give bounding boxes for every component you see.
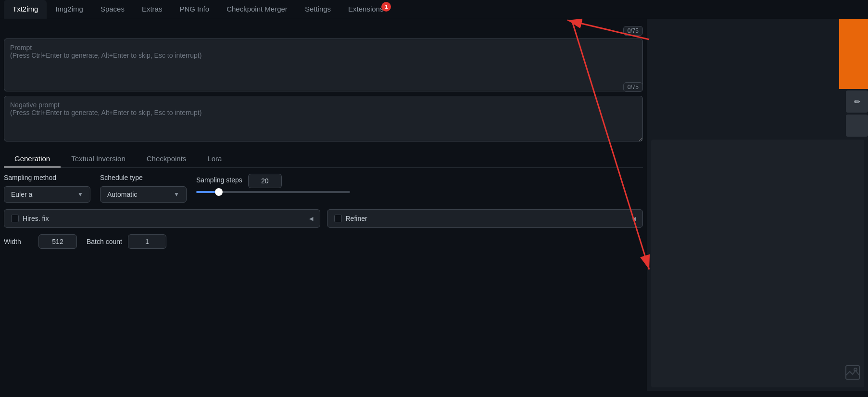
sampling-steps-slider-container [196,191,643,193]
refiner-checkbox[interactable] [334,215,342,222]
extensions-tab-wrapper: Extensions 1 [340,0,392,19]
hires-fix-left: Hires. fix [11,215,49,222]
refiner-left: Refiner [334,215,367,222]
section-tabs-row: Generation Textual Inversion Checkpoints… [4,151,643,168]
width-group: Width [4,234,77,249]
schedule-type-label: Schedule type [100,174,187,181]
sampling-method-dropdown[interactable]: Euler a ▼ [4,186,90,203]
sampling-method-label: Sampling method [4,174,90,181]
sampling-steps-input[interactable] [248,174,282,188]
left-panel: 0/75 0/75 Generation Textual Inversion [0,19,647,391]
schedule-type-group: Schedule type Automatic ▼ [100,174,187,203]
refiner-toggle[interactable]: Refiner ◀ [327,209,643,228]
batch-count-label: Batch count [87,238,122,245]
sampling-steps-group: Sampling steps [196,174,643,193]
right-panel: ✏ [647,19,868,391]
svg-point-1 [854,368,857,371]
width-label: Width [4,238,33,245]
tab-settings[interactable]: Settings [296,0,340,19]
tab-png-info[interactable]: PNG Info [171,0,218,19]
sampling-steps-slider[interactable] [196,191,350,193]
refiner-collapse-icon[interactable]: ◀ [632,216,636,222]
secondary-button[interactable] [846,115,868,137]
steps-header: Sampling steps [196,174,643,188]
schedule-type-arrow-icon: ▼ [174,191,179,198]
negative-prompt-input[interactable] [4,96,643,141]
hires-fix-label: Hires. fix [23,215,49,222]
tab-extras[interactable]: Extras [133,0,171,19]
sampling-steps-label: Sampling steps [196,176,242,184]
refiner-label: Refiner [346,215,367,222]
sampling-param-row: Sampling method Euler a ▼ Schedule type … [4,174,643,203]
edit-button[interactable]: ✏ [846,90,868,113]
tab-img2img[interactable]: Img2img [47,0,92,19]
generation-panel: Sampling method Euler a ▼ Schedule type … [4,168,643,257]
tab-lora[interactable]: Lora [197,151,232,167]
negative-prompt-counter: 0/75 [623,82,643,92]
prompt-input[interactable] [4,38,643,91]
image-placeholder-icon [845,365,860,384]
tab-checkpoints[interactable]: Checkpoints [136,151,197,167]
prompt-section [4,38,643,93]
batch-count-group: Batch count [87,234,166,249]
tab-generation[interactable]: Generation [4,151,61,167]
schedule-type-value: Automatic [107,191,137,198]
width-input[interactable] [38,234,77,249]
sampling-method-value: Euler a [11,191,32,198]
prompt-counter: 0/75 [623,26,643,36]
main-layout: 0/75 0/75 Generation Textual Inversion [0,19,868,391]
hires-fix-collapse-icon[interactable]: ◀ [309,216,313,222]
sampling-method-group: Sampling method Euler a ▼ [4,174,90,203]
toggle-row: Hires. fix ◀ Refiner ◀ [4,209,643,228]
generate-button[interactable] [839,19,868,89]
batch-count-input[interactable] [128,234,166,249]
canvas-area [651,140,864,387]
tab-txt2img[interactable]: Txt2img [4,0,47,19]
tab-textual-inversion[interactable]: Textual Inversion [61,151,136,167]
width-batch-row: Width Batch count [4,234,643,249]
prompts-wrapper: 0/75 0/75 [4,38,643,146]
schedule-type-dropdown[interactable]: Automatic ▼ [100,186,187,203]
tab-spaces[interactable]: Spaces [92,0,133,19]
sampling-method-arrow-icon: ▼ [77,191,83,198]
edit-icon: ✏ [854,97,860,106]
hires-fix-toggle[interactable]: Hires. fix ◀ [4,209,320,228]
negative-prompt-section [4,96,643,143]
hires-fix-checkbox[interactable] [11,215,19,222]
top-nav: Txt2img Img2img Spaces Extras PNG Info C… [0,0,868,19]
tab-checkpoint-merger[interactable]: Checkpoint Merger [218,0,296,19]
